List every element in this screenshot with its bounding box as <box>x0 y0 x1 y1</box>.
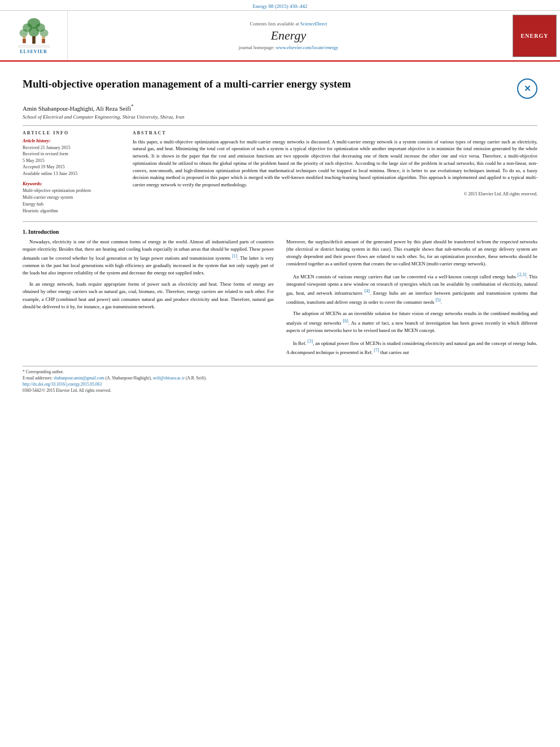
email-label: E-mail addresses: <box>23 375 53 381</box>
elsevier-logo-box: ELSEVIER <box>0 11 68 60</box>
body-para-1: Nowadays, electricity is one of the most… <box>23 238 274 277</box>
keyword-3: Energy hub <box>23 201 121 208</box>
journal-citation: Energy 88 (2015) 430–442 <box>252 3 307 9</box>
svg-point-4 <box>19 29 28 37</box>
ref-3b[interactable]: [3] <box>308 339 313 344</box>
paper-content: Multi-objective operation management of … <box>0 62 560 404</box>
journal-name: Energy <box>271 28 307 43</box>
divider-1 <box>23 125 537 126</box>
doi-line: http://dx.doi.org/10.1016/j.energy.2015.… <box>23 382 537 387</box>
email-1-name: (A. Shabanpour-Haghighi), <box>106 375 152 381</box>
body-para-6: In Ref. [3], an optimal power flow of MC… <box>286 338 537 356</box>
abstract-heading: ABSTRACT <box>133 130 537 136</box>
authors-line: Amin Shabanpour-Haghighi, Ali Reza Seifi… <box>23 103 537 112</box>
elsevier-logo: ELSEVIER <box>17 17 51 54</box>
article-info-heading: ARTICLE INFO <box>23 130 121 136</box>
svg-point-8 <box>23 36 26 39</box>
footer-section: * Corresponding author. E-mail addresses… <box>23 366 537 393</box>
email-line: E-mail addresses: shabanpour.amin@gmail.… <box>23 375 537 381</box>
ref-7[interactable]: [7] <box>374 348 379 353</box>
ref-2-3[interactable]: [2,3] <box>518 272 526 277</box>
svg-rect-12 <box>18 45 50 48</box>
journal-homepage-link[interactable]: www.elsevier.com/locate/energy <box>275 45 338 50</box>
body-col-right: Moreover, the surplus/deficit amount of … <box>286 238 537 360</box>
section-1-number: 1. <box>23 229 27 235</box>
issn-line: 0360-5442/© 2015 Elsevier Ltd. All right… <box>23 388 537 393</box>
received-date: Received 21 January 2015 <box>23 145 121 151</box>
copyright-line: © 2015 Elsevier Ltd. All rights reserved… <box>133 191 537 196</box>
svg-point-10 <box>42 36 45 39</box>
ref-1[interactable]: [1] <box>232 254 237 259</box>
body-col-left: Nowadays, electricity is one of the most… <box>23 238 274 360</box>
body-columns: Nowadays, electricity is one of the most… <box>23 238 537 360</box>
sciencedirect-line: Contents lists available at ScienceDirec… <box>250 21 327 27</box>
keyword-4: Heuristic algorithm <box>23 208 121 215</box>
accepted-date: Accepted 19 May 2015 <box>23 164 121 171</box>
journal-homepage-line: journal homepage: www.elsevier.com/locat… <box>239 45 338 50</box>
body-para-2: In an energy network, loads require appr… <box>23 281 274 311</box>
ref-4[interactable]: [4] <box>365 289 370 294</box>
homepage-prefix: journal homepage: <box>239 45 276 50</box>
svg-point-6 <box>40 29 48 37</box>
energy-logo-text: ENERGY <box>521 33 549 39</box>
body-para-4: An MCEN consists of various energy carri… <box>286 272 537 306</box>
ref-5[interactable]: [5] <box>435 298 440 303</box>
section-1-title: 1. Introduction <box>23 229 537 235</box>
journal-top-bar: Energy 88 (2015) 430–442 <box>0 0 560 11</box>
email-2-link[interactable]: seifi@shirazu.ac.ir <box>153 375 185 381</box>
body-para-3: Moreover, the surplus/deficit amount of … <box>286 238 537 268</box>
email-2-name: (A.R. Seifi). <box>186 375 207 381</box>
revised-date: 5 May 2015 <box>23 158 121 164</box>
body-divider <box>23 221 537 222</box>
crossmark-icon: ✕ <box>524 84 531 94</box>
abstract-col: ABSTRACT In this paper, a multi-objectiv… <box>133 130 537 215</box>
info-abstract-row: ARTICLE INFO Article history: Received 2… <box>23 130 537 215</box>
elsevier-wordmark: ELSEVIER <box>20 49 47 54</box>
ref-6[interactable]: [6] <box>343 318 348 324</box>
journal-middle: Contents lists available at ScienceDirec… <box>68 11 509 60</box>
keywords-heading: Keywords: <box>23 181 121 186</box>
received-revised-label: Received in revised form <box>23 151 121 158</box>
svg-rect-9 <box>23 39 26 43</box>
section-1-label: Introduction <box>28 229 59 235</box>
affiliation-line: School of Electrical and Computer Engine… <box>23 114 537 120</box>
svg-rect-11 <box>42 39 45 43</box>
available-online-date: Available online 13 June 2015 <box>23 171 121 177</box>
elsevier-tree-icon <box>17 17 51 48</box>
keyword-2: Multi-carrier energy system <box>23 194 121 201</box>
authors-text: Amin Shabanpour-Haghighi, Ali Reza Seifi <box>23 105 131 112</box>
email-1-link[interactable]: shabanpour.amin@gmail.com <box>54 375 104 381</box>
paper-title-section: Multi-objective operation management of … <box>23 77 537 99</box>
keyword-1: Multi-objective optimization problem <box>23 187 121 194</box>
svg-point-5 <box>28 27 39 37</box>
sciencedirect-link[interactable]: ScienceDirect <box>300 21 327 27</box>
body-para-5: The adoption of MCENs as an inventible s… <box>286 310 537 334</box>
article-history-heading: Article history: <box>23 138 121 143</box>
energy-logo-box: ENERGY <box>509 11 560 60</box>
doi-link[interactable]: http://dx.doi.org/10.1016/j.energy.2015.… <box>23 382 102 387</box>
energy-journal-logo: ENERGY <box>513 15 557 57</box>
abstract-text: In this paper, a multi-objective optimiz… <box>133 138 537 189</box>
journal-header: ELSEVIER Contents lists available at Sci… <box>0 11 560 62</box>
corresponding-author-note: * Corresponding author. <box>23 369 537 374</box>
author-asterisk: * <box>131 103 134 109</box>
article-info-col: ARTICLE INFO Article history: Received 2… <box>23 130 121 215</box>
svg-rect-7 <box>32 36 36 43</box>
crossmark-logo[interactable]: ✕ <box>517 78 537 99</box>
paper-title: Multi-objective operation management of … <box>23 77 508 91</box>
sciencedirect-prefix: Contents lists available at <box>250 21 300 27</box>
